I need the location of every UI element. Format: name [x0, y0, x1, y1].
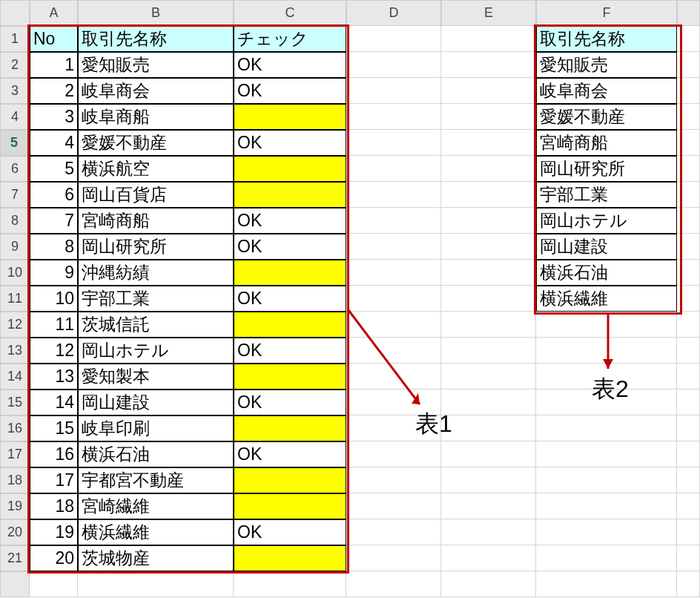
empty-cell[interactable]	[441, 78, 536, 104]
empty-cell[interactable]	[441, 519, 536, 545]
table1-check-cell[interactable]: OK	[234, 441, 346, 467]
row-header[interactable]: 7	[0, 182, 30, 208]
empty-cell[interactable]	[677, 312, 700, 338]
empty-cell[interactable]	[346, 260, 441, 286]
row-header[interactable]: 12	[0, 312, 30, 338]
column-header[interactable]: A	[30, 0, 78, 26]
empty-cell[interactable]	[441, 286, 536, 312]
empty-cell[interactable]	[346, 52, 441, 78]
row-header[interactable]: 18	[0, 467, 30, 493]
table1-no-cell[interactable]: 3	[30, 104, 78, 130]
empty-cell[interactable]	[536, 415, 677, 441]
empty-cell[interactable]	[234, 571, 346, 597]
row-header[interactable]: 5	[0, 130, 30, 156]
empty-cell[interactable]	[346, 519, 441, 545]
column-header[interactable]: F	[536, 0, 677, 26]
table2-name-cell[interactable]: 宮崎商船	[536, 130, 677, 156]
table1-no-cell[interactable]: 15	[30, 415, 78, 441]
table1-no-cell[interactable]: 19	[30, 519, 78, 545]
table1-check-cell[interactable]	[234, 182, 346, 208]
column-header[interactable]	[677, 0, 700, 26]
empty-cell[interactable]	[677, 441, 700, 467]
empty-cell[interactable]	[346, 545, 441, 571]
table1-name-cell[interactable]: 宮崎繊維	[78, 493, 234, 519]
table1-check-cell[interactable]: OK	[234, 130, 346, 156]
empty-cell[interactable]	[677, 415, 700, 441]
empty-cell[interactable]	[346, 182, 441, 208]
empty-cell[interactable]	[677, 286, 700, 312]
empty-cell[interactable]	[441, 208, 536, 234]
table1-name-cell[interactable]: 横浜航空	[78, 156, 234, 182]
table1-no-cell[interactable]: 10	[30, 286, 78, 312]
empty-cell[interactable]	[346, 364, 441, 390]
empty-cell[interactable]	[677, 52, 700, 78]
table1-check-cell[interactable]	[234, 312, 346, 338]
table1-no-cell[interactable]: 13	[30, 364, 78, 390]
empty-cell[interactable]	[677, 130, 700, 156]
row-header[interactable]: 11	[0, 286, 30, 312]
table1-check-cell[interactable]: OK	[234, 234, 346, 260]
empty-cell[interactable]	[441, 234, 536, 260]
empty-cell[interactable]	[30, 571, 78, 597]
table1-name-cell[interactable]: 岡山建設	[78, 390, 234, 415]
empty-cell[interactable]	[677, 182, 700, 208]
table1-check-cell[interactable]	[234, 156, 346, 182]
table1-name-cell[interactable]: 岡山研究所	[78, 234, 234, 260]
table2-name-cell[interactable]: 岡山ホテル	[536, 208, 677, 234]
empty-cell[interactable]	[346, 104, 441, 130]
empty-cell[interactable]	[536, 571, 677, 597]
row-header[interactable]: 3	[0, 78, 30, 104]
table1-name-cell[interactable]: 岐阜商船	[78, 104, 234, 130]
table1-no-cell[interactable]: 5	[30, 156, 78, 182]
table1-check-cell[interactable]	[234, 104, 346, 130]
column-header[interactable]: C	[234, 0, 346, 26]
table1-name-cell[interactable]: 宇都宮不動産	[78, 467, 234, 493]
table1-check-cell[interactable]: OK	[234, 338, 346, 364]
table1-no-cell[interactable]: 4	[30, 130, 78, 156]
empty-cell[interactable]	[677, 493, 700, 519]
empty-cell[interactable]	[346, 493, 441, 519]
table1-check-cell[interactable]: OK	[234, 286, 346, 312]
empty-cell[interactable]	[346, 156, 441, 182]
table1-check-cell[interactable]	[234, 467, 346, 493]
empty-cell[interactable]	[677, 260, 700, 286]
empty-cell[interactable]	[536, 467, 677, 493]
empty-cell[interactable]	[677, 364, 700, 390]
empty-cell[interactable]	[346, 130, 441, 156]
table1-no-cell[interactable]: 11	[30, 312, 78, 338]
empty-cell[interactable]	[441, 156, 536, 182]
empty-cell[interactable]	[346, 338, 441, 364]
empty-cell[interactable]	[346, 78, 441, 104]
table1-name-cell[interactable]: 宇部工業	[78, 286, 234, 312]
table1-no-cell[interactable]: 18	[30, 493, 78, 519]
table1-name-cell[interactable]: 岡山ホテル	[78, 338, 234, 364]
table1-name-cell[interactable]: 愛媛不動産	[78, 130, 234, 156]
empty-cell[interactable]	[677, 104, 700, 130]
row-header[interactable]: 17	[0, 441, 30, 467]
table1-name-cell[interactable]: 岡山百貨店	[78, 182, 234, 208]
empty-cell[interactable]	[441, 52, 536, 78]
table2-name-cell[interactable]: 岐阜商会	[536, 78, 677, 104]
table1-no-cell[interactable]: 16	[30, 441, 78, 467]
empty-cell[interactable]	[441, 130, 536, 156]
empty-cell[interactable]	[677, 467, 700, 493]
row-header[interactable]: 6	[0, 156, 30, 182]
row-header[interactable]: 10	[0, 260, 30, 286]
empty-cell[interactable]	[677, 156, 700, 182]
table1-name-cell[interactable]: 茨城物産	[78, 545, 234, 571]
empty-cell[interactable]	[441, 260, 536, 286]
table1-check-cell[interactable]: OK	[234, 208, 346, 234]
empty-cell[interactable]	[346, 441, 441, 467]
empty-cell[interactable]	[536, 441, 677, 467]
column-header[interactable]: B	[78, 0, 234, 26]
empty-cell[interactable]	[677, 571, 700, 597]
empty-cell[interactable]	[441, 571, 536, 597]
empty-cell[interactable]	[441, 493, 536, 519]
table1-header-cell[interactable]: 取引先名称	[78, 26, 234, 52]
column-header[interactable]: E	[441, 0, 536, 26]
table1-check-cell[interactable]: OK	[234, 52, 346, 78]
empty-cell[interactable]	[536, 493, 677, 519]
empty-cell[interactable]	[441, 312, 536, 338]
empty-cell[interactable]	[677, 208, 700, 234]
empty-cell[interactable]	[536, 312, 677, 338]
